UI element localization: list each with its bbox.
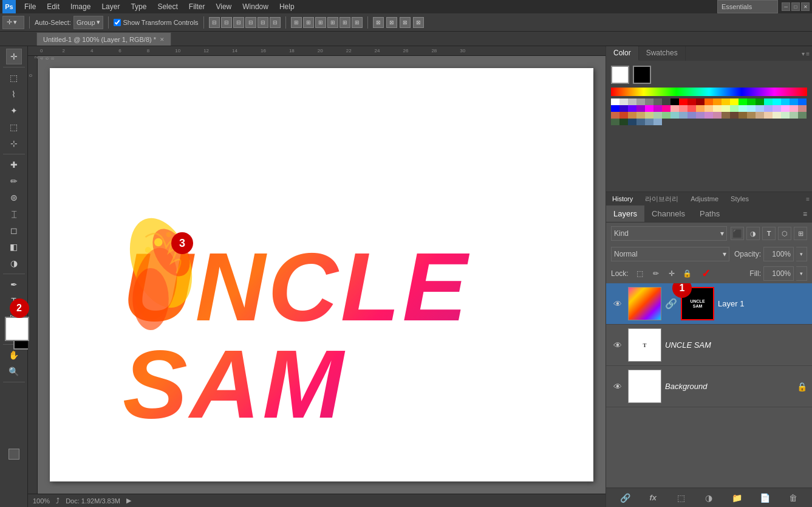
add-adjustment-btn[interactable]: ◑ — [701, 491, 716, 505]
swatch-r4-8[interactable] — [790, 112, 798, 119]
swatch-r3-15[interactable] — [722, 112, 730, 119]
swatch-blue2[interactable] — [798, 98, 807, 105]
swatch-r3-1[interactable] — [798, 105, 807, 112]
bg-color-swatch[interactable] — [633, 66, 651, 84]
swatch-gray1[interactable] — [636, 98, 645, 105]
move-tool-btn[interactable]: ✛▾ — [2, 16, 24, 29]
swatch-r4-6[interactable] — [773, 112, 781, 119]
zoom-tool[interactable]: 🔍 — [6, 364, 22, 379]
swatch-r3-14[interactable] — [713, 112, 722, 119]
swatch-cyan1[interactable] — [773, 98, 781, 105]
swatch-green1[interactable] — [739, 98, 747, 105]
swatch-r4-2[interactable] — [739, 112, 747, 119]
swatch-r3-13[interactable] — [705, 112, 713, 119]
menu-file[interactable]: File — [19, 1, 41, 12]
tab-adjustments[interactable]: Adjustme — [684, 193, 725, 204]
swatch-r3-11[interactable] — [687, 112, 696, 119]
panel-collapse-btn[interactable]: ▾ — [802, 50, 805, 57]
swatch-orange1[interactable] — [705, 98, 713, 105]
gradient-tool[interactable]: ◧ — [6, 239, 22, 255]
default-colors-icon[interactable] — [9, 449, 19, 460]
blend-mode-dropdown[interactable]: Normal ▾ — [611, 247, 729, 261]
menu-edit[interactable]: Edit — [42, 1, 64, 12]
tab-paths[interactable]: Paths — [692, 205, 727, 222]
swatch-black[interactable] — [670, 98, 679, 105]
eyedropper-tool[interactable]: ⊹ — [6, 136, 22, 151]
kind-dropdown[interactable]: Kind ▾ — [611, 226, 727, 241]
lock-position-btn[interactable]: ✏ — [649, 267, 663, 280]
swatch-gray3[interactable] — [653, 98, 662, 105]
color-spectrum[interactable] — [611, 88, 807, 96]
swatch-r2-13[interactable] — [773, 105, 781, 112]
fg-color-swatch[interactable] — [611, 66, 629, 84]
swatch-r2-11[interactable] — [756, 105, 764, 112]
swatch-purple1[interactable] — [628, 105, 636, 112]
swatch-r3-6[interactable] — [645, 112, 653, 119]
menu-filter[interactable]: Filter — [184, 1, 210, 12]
delete-layer-btn[interactable]: 🗑 — [786, 491, 800, 505]
swatch-r4-14[interactable] — [645, 119, 653, 125]
dodge-tool[interactable]: ◑ — [6, 255, 22, 271]
add-mask-btn[interactable]: ⬚ — [674, 491, 688, 505]
tab-color[interactable]: Color — [606, 46, 639, 61]
add-group-btn[interactable]: 📁 — [730, 491, 745, 505]
show-transform-checkbox[interactable]: Show Transform Controls — [114, 19, 199, 26]
swatch-r2-6[interactable] — [713, 105, 722, 112]
swatch-r2-2[interactable] — [679, 105, 687, 112]
swatch-gray4[interactable] — [662, 98, 670, 105]
swatch-indigo1[interactable] — [619, 105, 628, 112]
workspace-dropdown[interactable]: Essentials — [717, 0, 778, 13]
layer-row-layer1[interactable]: 👁 🔗 UNCLESAM 1 ➘ — [606, 283, 812, 325]
dist-left-icon[interactable]: ⊞ — [291, 17, 302, 28]
fill-value[interactable]: 100% — [763, 266, 794, 281]
restore-btn[interactable]: □ — [791, 2, 800, 11]
lock-move-btn[interactable]: ✛ — [665, 267, 678, 280]
photoshop-canvas[interactable]: UNCLE SAM 3 — [50, 68, 593, 481]
swatch-teal1[interactable] — [764, 98, 773, 105]
swatch-r2-7[interactable] — [722, 105, 730, 112]
fill-arrow-btn[interactable]: ▾ — [796, 266, 807, 281]
background-visibility-toggle[interactable]: 👁 — [611, 380, 624, 393]
swatch-r4-13[interactable] — [636, 119, 645, 125]
foreground-color-box[interactable] — [5, 317, 29, 341]
lock-pixels-btn[interactable]: ⬚ — [633, 267, 647, 280]
layer-fx-btn[interactable]: fx — [646, 491, 660, 505]
align-center-h-icon[interactable]: ⊟ — [221, 17, 232, 28]
auto-select-dropdown[interactable]: Group ▾ — [73, 16, 103, 29]
swatch-r4-11[interactable] — [619, 119, 628, 125]
layers-panel-menu-btn[interactable]: ≡ — [798, 207, 812, 221]
swatch-light-gray2[interactable] — [628, 98, 636, 105]
extra-tool-1[interactable]: ⊠ — [373, 17, 384, 28]
history-panel-menu[interactable]: ≡ — [806, 196, 810, 202]
tab-swatches[interactable]: Swatches — [639, 46, 686, 61]
extra-tool-2[interactable]: ⊠ — [386, 17, 397, 28]
history-brush-tool[interactable]: ⌶ — [6, 206, 22, 222]
healing-tool[interactable]: ✚ — [6, 157, 22, 173]
swatch-gray2[interactable] — [645, 98, 653, 105]
marquee-tool[interactable]: ⬚ — [6, 70, 22, 86]
swatch-r2-1[interactable] — [670, 105, 679, 112]
menu-view[interactable]: View — [211, 1, 236, 12]
menu-image[interactable]: Image — [66, 1, 95, 12]
crop-tool[interactable]: ⬚ — [6, 119, 22, 135]
swatch-r4-10[interactable] — [611, 119, 619, 125]
swatch-r2-5[interactable] — [705, 105, 713, 112]
dist-center-h-icon[interactable]: ⊞ — [303, 17, 314, 28]
swatch-r3-12[interactable] — [696, 112, 705, 119]
swatch-magenta2[interactable] — [653, 105, 662, 112]
swatch-r4-1[interactable] — [730, 112, 739, 119]
lock-all-btn[interactable]: 🔒 — [681, 267, 694, 280]
swatch-orange2[interactable] — [713, 98, 722, 105]
move-tool[interactable]: ✛ — [6, 49, 22, 64]
menu-help[interactable]: Help — [275, 1, 299, 12]
dist-right-icon[interactable]: ⊞ — [315, 17, 326, 28]
menu-layer[interactable]: Layer — [97, 1, 125, 12]
swatch-r2-8[interactable] — [730, 105, 739, 112]
minimize-btn[interactable]: ─ — [782, 2, 790, 11]
swatch-r3-3[interactable] — [619, 112, 628, 119]
close-btn[interactable]: ✕ — [801, 2, 810, 11]
menu-window[interactable]: Window — [237, 1, 273, 12]
swatch-r2-3[interactable] — [687, 105, 696, 112]
swatch-white[interactable] — [611, 98, 619, 105]
opacity-arrow-btn[interactable]: ▾ — [796, 247, 807, 261]
